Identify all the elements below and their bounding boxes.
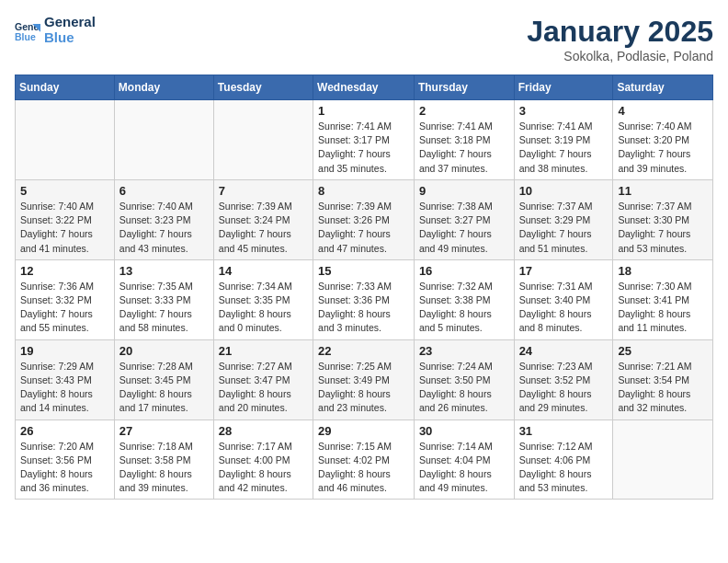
day-cell: 28Sunrise: 7:17 AM Sunset: 4:00 PM Dayli… [213,419,313,500]
day-cell: 7Sunrise: 7:39 AM Sunset: 3:24 PM Daylig… [213,179,313,259]
day-number: 29 [318,424,409,438]
day-number: 3 [519,104,609,118]
day-cell: 17Sunrise: 7:31 AM Sunset: 3:40 PM Dayli… [514,259,613,339]
day-cell [613,419,713,500]
day-info: Sunrise: 7:21 AM Sunset: 3:54 PM Dayligh… [618,360,708,416]
day-number: 4 [618,104,708,118]
day-number: 19 [20,344,109,358]
day-info: Sunrise: 7:41 AM Sunset: 3:18 PM Dayligh… [419,120,509,176]
weekday-header-sunday: Sunday [16,75,115,100]
day-cell: 25Sunrise: 7:21 AM Sunset: 3:54 PM Dayli… [613,339,713,419]
day-number: 27 [119,424,209,438]
day-number: 22 [318,344,409,358]
logo-blue: Blue [44,30,96,46]
day-info: Sunrise: 7:35 AM Sunset: 3:33 PM Dayligh… [119,280,209,336]
day-cell [213,100,313,180]
day-cell: 30Sunrise: 7:14 AM Sunset: 4:04 PM Dayli… [414,419,514,500]
day-cell: 16Sunrise: 7:32 AM Sunset: 3:38 PM Dayli… [414,259,514,339]
day-cell: 14Sunrise: 7:34 AM Sunset: 3:35 PM Dayli… [213,259,313,339]
day-cell: 4Sunrise: 7:40 AM Sunset: 3:20 PM Daylig… [613,100,713,180]
day-cell [114,100,213,180]
week-row-3: 12Sunrise: 7:36 AM Sunset: 3:32 PM Dayli… [16,259,713,339]
day-info: Sunrise: 7:24 AM Sunset: 3:50 PM Dayligh… [419,360,509,416]
calendar-body: 1Sunrise: 7:41 AM Sunset: 3:17 PM Daylig… [16,100,713,500]
day-cell: 13Sunrise: 7:35 AM Sunset: 3:33 PM Dayli… [114,259,213,339]
day-info: Sunrise: 7:12 AM Sunset: 4:06 PM Dayligh… [519,440,609,496]
day-info: Sunrise: 7:36 AM Sunset: 3:32 PM Dayligh… [20,280,109,336]
day-number: 20 [119,344,209,358]
week-row-5: 26Sunrise: 7:20 AM Sunset: 3:56 PM Dayli… [16,419,713,500]
day-number: 14 [219,264,308,278]
day-cell: 31Sunrise: 7:12 AM Sunset: 4:06 PM Dayli… [514,419,613,500]
day-info: Sunrise: 7:27 AM Sunset: 3:47 PM Dayligh… [219,360,308,416]
day-cell: 1Sunrise: 7:41 AM Sunset: 3:17 PM Daylig… [313,100,415,180]
day-cell: 6Sunrise: 7:40 AM Sunset: 3:23 PM Daylig… [114,179,213,259]
logo-icon: General Blue [15,17,40,43]
weekday-header-friday: Friday [514,75,613,100]
weekday-header-thursday: Thursday [414,75,514,100]
day-number: 8 [318,184,409,198]
calendar-header: SundayMondayTuesdayWednesdayThursdayFrid… [16,75,713,100]
day-number: 23 [419,344,509,358]
day-number: 18 [618,264,708,278]
day-info: Sunrise: 7:28 AM Sunset: 3:45 PM Dayligh… [119,360,209,416]
weekday-header-tuesday: Tuesday [213,75,313,100]
day-number: 17 [519,264,609,278]
day-cell: 11Sunrise: 7:37 AM Sunset: 3:30 PM Dayli… [613,179,713,259]
weekday-header-saturday: Saturday [613,75,713,100]
day-number: 12 [20,264,109,278]
day-info: Sunrise: 7:41 AM Sunset: 3:19 PM Dayligh… [519,120,609,176]
day-info: Sunrise: 7:23 AM Sunset: 3:52 PM Dayligh… [519,360,609,416]
weekday-header-monday: Monday [114,75,213,100]
title-area: January 2025 Sokolka, Podlasie, Poland [527,15,713,63]
day-cell: 5Sunrise: 7:40 AM Sunset: 3:22 PM Daylig… [16,179,115,259]
day-cell: 18Sunrise: 7:30 AM Sunset: 3:41 PM Dayli… [613,259,713,339]
day-number: 11 [618,184,708,198]
day-cell [16,100,115,180]
day-number: 5 [20,184,109,198]
weekday-header-wednesday: Wednesday [313,75,415,100]
day-info: Sunrise: 7:15 AM Sunset: 4:02 PM Dayligh… [318,440,409,496]
logo: General Blue General Blue [15,15,96,45]
header: General Blue General Blue January 2025 S… [15,15,713,63]
day-number: 25 [618,344,708,358]
day-cell: 27Sunrise: 7:18 AM Sunset: 3:58 PM Dayli… [114,419,213,500]
day-number: 15 [318,264,409,278]
day-number: 1 [318,104,409,118]
day-cell: 12Sunrise: 7:36 AM Sunset: 3:32 PM Dayli… [16,259,115,339]
day-number: 26 [20,424,109,438]
day-info: Sunrise: 7:17 AM Sunset: 4:00 PM Dayligh… [219,440,308,496]
day-info: Sunrise: 7:40 AM Sunset: 3:23 PM Dayligh… [119,200,209,256]
day-number: 16 [419,264,509,278]
day-info: Sunrise: 7:32 AM Sunset: 3:38 PM Dayligh… [419,280,509,336]
day-info: Sunrise: 7:40 AM Sunset: 3:20 PM Dayligh… [618,120,708,176]
day-info: Sunrise: 7:39 AM Sunset: 3:26 PM Dayligh… [318,200,409,256]
day-info: Sunrise: 7:37 AM Sunset: 3:30 PM Dayligh… [618,200,708,256]
day-cell: 10Sunrise: 7:37 AM Sunset: 3:29 PM Dayli… [514,179,613,259]
day-number: 24 [519,344,609,358]
day-number: 31 [519,424,609,438]
weekday-row: SundayMondayTuesdayWednesdayThursdayFrid… [16,75,713,100]
calendar-subtitle: Sokolka, Podlasie, Poland [527,49,713,63]
day-info: Sunrise: 7:18 AM Sunset: 3:58 PM Dayligh… [119,440,209,496]
svg-text:Blue: Blue [15,30,36,41]
day-cell: 26Sunrise: 7:20 AM Sunset: 3:56 PM Dayli… [16,419,115,500]
day-info: Sunrise: 7:40 AM Sunset: 3:22 PM Dayligh… [20,200,109,256]
day-info: Sunrise: 7:34 AM Sunset: 3:35 PM Dayligh… [219,280,308,336]
day-cell: 24Sunrise: 7:23 AM Sunset: 3:52 PM Dayli… [514,339,613,419]
day-number: 2 [419,104,509,118]
day-cell: 2Sunrise: 7:41 AM Sunset: 3:18 PM Daylig… [414,100,514,180]
day-number: 28 [219,424,308,438]
week-row-4: 19Sunrise: 7:29 AM Sunset: 3:43 PM Dayli… [16,339,713,419]
day-cell: 3Sunrise: 7:41 AM Sunset: 3:19 PM Daylig… [514,100,613,180]
week-row-2: 5Sunrise: 7:40 AM Sunset: 3:22 PM Daylig… [16,179,713,259]
week-row-1: 1Sunrise: 7:41 AM Sunset: 3:17 PM Daylig… [16,100,713,180]
calendar-table: SundayMondayTuesdayWednesdayThursdayFrid… [15,75,713,500]
day-number: 6 [119,184,209,198]
day-cell: 22Sunrise: 7:25 AM Sunset: 3:49 PM Dayli… [313,339,415,419]
day-cell: 20Sunrise: 7:28 AM Sunset: 3:45 PM Dayli… [114,339,213,419]
day-number: 30 [419,424,509,438]
day-info: Sunrise: 7:37 AM Sunset: 3:29 PM Dayligh… [519,200,609,256]
day-info: Sunrise: 7:30 AM Sunset: 3:41 PM Dayligh… [618,280,708,336]
day-info: Sunrise: 7:29 AM Sunset: 3:43 PM Dayligh… [20,360,109,416]
